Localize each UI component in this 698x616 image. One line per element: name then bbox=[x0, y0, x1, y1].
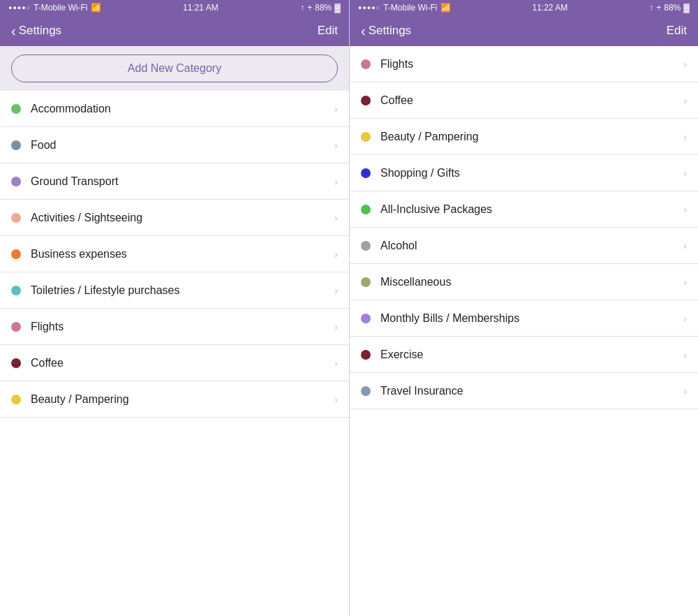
list-item-alcohol[interactable]: Alcohol› bbox=[350, 228, 698, 264]
edit-button-left[interactable]: Edit bbox=[318, 24, 338, 38]
dot-toiletries bbox=[11, 286, 21, 295]
category-list-right: Flights›Coffee›Beauty / Pampering›Shoppi… bbox=[350, 46, 698, 616]
dot-beauty bbox=[11, 395, 21, 404]
chevron-beauty: › bbox=[334, 394, 338, 405]
dot-coffee bbox=[11, 358, 21, 368]
battery-left: 88% bbox=[315, 3, 332, 13]
label-activities: Activities / Sightseeing bbox=[31, 212, 334, 224]
dot-monthly-bills bbox=[361, 314, 371, 323]
location-icon-right: ↑ bbox=[649, 3, 653, 13]
carrier-right: T-Mobile Wi-Fi bbox=[383, 3, 437, 13]
chevron-coffee: › bbox=[334, 358, 338, 369]
list-item-travel-insurance[interactable]: Travel Insurance› bbox=[350, 373, 698, 409]
wifi-icon: 📶 bbox=[91, 3, 101, 13]
add-button-area: Add New Category bbox=[0, 46, 349, 91]
signal-dots-right: ●●●●○ bbox=[358, 4, 380, 11]
chevron-alcohol: › bbox=[683, 240, 687, 251]
list-item-exercise[interactable]: Exercise› bbox=[350, 337, 698, 373]
list-item-food[interactable]: Food› bbox=[0, 127, 349, 163]
dot-coffee2 bbox=[361, 96, 371, 105]
label-toiletries: Toiletries / Lifestyle purchases bbox=[31, 284, 334, 297]
label-shopping: Shopping / Gifts bbox=[380, 167, 683, 179]
back-label-right: Settings bbox=[369, 24, 411, 38]
label-food: Food bbox=[31, 139, 334, 152]
status-left: ●●●●○ T-Mobile Wi-Fi 📶 bbox=[8, 3, 101, 13]
chevron-flights2: › bbox=[683, 59, 687, 70]
dot-ground-transport bbox=[11, 177, 21, 186]
dot-beauty2 bbox=[361, 132, 371, 142]
dot-alcohol bbox=[361, 241, 371, 251]
list-item-activities[interactable]: Activities / Sightseeing› bbox=[0, 200, 349, 236]
dot-activities bbox=[11, 213, 21, 223]
label-business: Business expenses bbox=[31, 248, 334, 261]
label-accommodation: Accommodation bbox=[31, 103, 334, 115]
list-item-monthly-bills[interactable]: Monthly Bills / Memberships› bbox=[350, 300, 698, 337]
edit-button-right[interactable]: Edit bbox=[667, 24, 687, 38]
wifi-icon-right: 📶 bbox=[440, 3, 451, 13]
status-right-left: ↑ + 88% ▓ bbox=[300, 3, 341, 13]
time-right: 11:22 AM bbox=[533, 3, 568, 13]
add-category-button[interactable]: Add New Category bbox=[11, 54, 338, 82]
label-monthly-bills: Monthly Bills / Memberships bbox=[380, 312, 683, 325]
chevron-coffee2: › bbox=[683, 95, 687, 106]
carrier-left: T-Mobile Wi-Fi bbox=[34, 3, 87, 13]
list-item-coffee[interactable]: Coffee› bbox=[0, 345, 349, 381]
back-button-left[interactable]: ‹ Settings bbox=[11, 23, 61, 39]
bluetooth-icon: + bbox=[307, 3, 312, 13]
list-item-flights[interactable]: Flights› bbox=[0, 309, 349, 345]
location-icon: ↑ bbox=[300, 3, 304, 13]
list-item-all-inclusive[interactable]: All-Inclusive Packages› bbox=[350, 191, 698, 228]
label-all-inclusive: All-Inclusive Packages bbox=[380, 203, 683, 216]
dot-business bbox=[11, 249, 21, 259]
list-item-shopping[interactable]: Shopping / Gifts› bbox=[350, 155, 698, 191]
dot-all-inclusive bbox=[361, 205, 371, 214]
label-beauty2: Beauty / Pampering bbox=[380, 131, 683, 143]
panel-left: ●●●●○ T-Mobile Wi-Fi 📶 11:21 AM ↑ + 88% … bbox=[0, 0, 349, 616]
battery-icon-left: ▓ bbox=[334, 3, 341, 13]
list-item-business[interactable]: Business expenses› bbox=[0, 236, 349, 272]
dot-food bbox=[11, 140, 21, 150]
panel-right: ●●●●○ T-Mobile Wi-Fi 📶 11:22 AM ↑ + 88% … bbox=[349, 0, 698, 616]
list-item-coffee2[interactable]: Coffee› bbox=[350, 82, 698, 119]
label-flights: Flights bbox=[31, 321, 334, 333]
chevron-business: › bbox=[334, 249, 338, 260]
dot-flights2 bbox=[361, 59, 371, 69]
list-item-beauty[interactable]: Beauty / Pampering› bbox=[0, 381, 349, 418]
chevron-miscellaneous: › bbox=[683, 277, 687, 288]
status-left-right: ●●●●○ T-Mobile Wi-Fi 📶 bbox=[358, 3, 451, 13]
chevron-food: › bbox=[334, 140, 338, 151]
list-item-ground-transport[interactable]: Ground Transport› bbox=[0, 163, 349, 200]
label-travel-insurance: Travel Insurance bbox=[380, 385, 683, 397]
signal-dots: ●●●●○ bbox=[8, 4, 31, 11]
dot-exercise bbox=[361, 350, 371, 360]
chevron-monthly-bills: › bbox=[683, 313, 687, 324]
battery-right: 88% bbox=[664, 3, 681, 13]
back-arrow-right: ‹ bbox=[361, 23, 366, 39]
list-item-accommodation[interactable]: Accommodation› bbox=[0, 91, 349, 127]
list-item-beauty2[interactable]: Beauty / Pampering› bbox=[350, 119, 698, 155]
list-item-miscellaneous[interactable]: Miscellaneous› bbox=[350, 264, 698, 300]
chevron-flights: › bbox=[334, 321, 338, 332]
label-flights2: Flights bbox=[380, 58, 683, 71]
back-arrow-left: ‹ bbox=[11, 23, 16, 39]
list-item-flights2[interactable]: Flights› bbox=[350, 46, 698, 82]
label-coffee2: Coffee bbox=[380, 94, 683, 107]
list-item-toiletries[interactable]: Toiletries / Lifestyle purchases› bbox=[0, 272, 349, 309]
dot-accommodation bbox=[11, 104, 21, 114]
bluetooth-icon-right: + bbox=[656, 3, 661, 13]
back-button-right[interactable]: ‹ Settings bbox=[361, 23, 411, 39]
nav-bar-right: ‹ Settings Edit bbox=[350, 15, 698, 46]
label-coffee: Coffee bbox=[31, 357, 334, 369]
dot-shopping bbox=[361, 168, 371, 178]
time-left: 11:21 AM bbox=[183, 3, 218, 13]
chevron-exercise: › bbox=[683, 349, 687, 360]
label-ground-transport: Ground Transport bbox=[31, 175, 334, 188]
label-alcohol: Alcohol bbox=[380, 240, 683, 252]
chevron-travel-insurance: › bbox=[683, 386, 687, 397]
label-miscellaneous: Miscellaneous bbox=[380, 276, 683, 288]
status-right-right: ↑ + 88% ▓ bbox=[649, 3, 690, 13]
label-exercise: Exercise bbox=[380, 349, 683, 361]
category-list-left: Accommodation›Food›Ground Transport›Acti… bbox=[0, 91, 349, 616]
status-bar-left: ●●●●○ T-Mobile Wi-Fi 📶 11:21 AM ↑ + 88% … bbox=[0, 0, 349, 15]
back-label-left: Settings bbox=[19, 24, 61, 38]
